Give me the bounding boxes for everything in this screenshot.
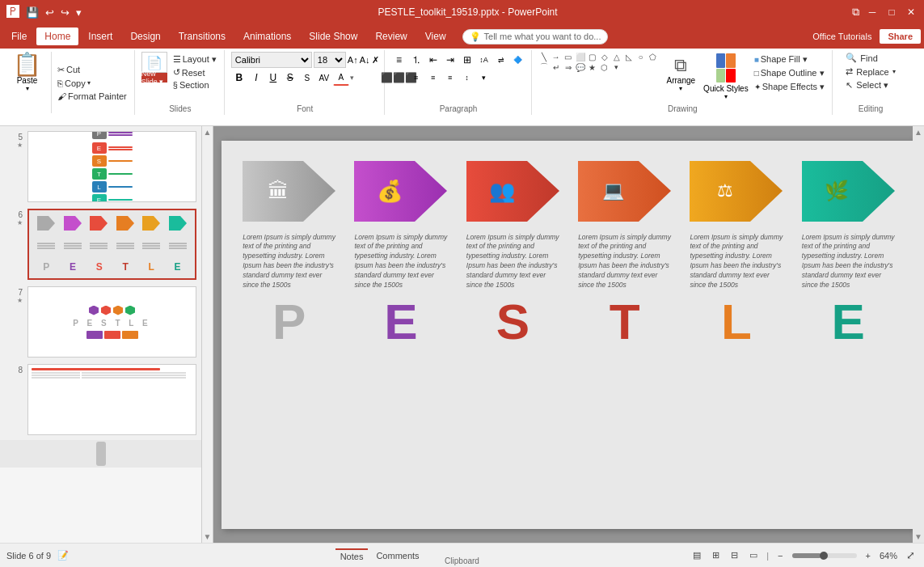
shape-rect2[interactable]: ⬜	[575, 52, 586, 61]
numbering-button[interactable]: ⒈	[408, 52, 424, 68]
shape-more[interactable]: ▾	[611, 62, 622, 72]
redo-icon[interactable]: ↪	[59, 5, 71, 20]
slide-panel-scrollbar[interactable]	[96, 442, 106, 466]
paste-button[interactable]: 📋 Paste ▾	[8, 52, 46, 94]
underline-button[interactable]: U	[265, 70, 281, 86]
menu-slideshow[interactable]: Slide Show	[301, 28, 365, 45]
shape-callout[interactable]: 💬	[575, 62, 586, 72]
align-center-button[interactable]: ≡	[408, 70, 424, 86]
shape-rect[interactable]: ▭	[563, 52, 574, 61]
maximize-button[interactable]: □	[885, 6, 898, 19]
font-size-select[interactable]: 18	[314, 52, 346, 68]
font-more-button[interactable]: ▾	[350, 74, 354, 82]
menu-view[interactable]: View	[417, 28, 454, 45]
quick-styles-label: Quick Styles	[703, 84, 749, 93]
t-letter: T	[610, 297, 640, 347]
l-text: Lorem Ipsum is simply dummy text of the …	[690, 233, 783, 290]
shape-pentagon[interactable]: ⬠	[648, 52, 659, 61]
menu-animations[interactable]: Animations	[235, 28, 299, 45]
undo-icon[interactable]: ↩	[44, 5, 56, 20]
replace-button[interactable]: ⇄ Replace ▾	[842, 66, 898, 78]
shape-bent[interactable]: ↵	[551, 62, 562, 72]
canvas-vscroll[interactable]: ▲ ▼	[913, 126, 924, 543]
svg-marker-5	[169, 216, 187, 231]
select-button[interactable]: ↖ Select ▾	[842, 79, 898, 91]
spacing-button[interactable]: AV	[316, 70, 332, 86]
para-more-button[interactable]: ▾	[476, 70, 492, 86]
align-left-button[interactable]: ⬛⬛⬛	[391, 70, 407, 86]
share-button[interactable]: Share	[880, 29, 921, 44]
arrange-button[interactable]: ⧉ Arrange ▾	[662, 52, 701, 95]
font-color-button[interactable]: A	[333, 70, 349, 86]
find-button[interactable]: 🔍 Find	[842, 52, 898, 64]
copy-button[interactable]: ⎘Copy▾	[55, 78, 129, 89]
shape-outline-button[interactable]: □ Shape Outline ▾	[752, 67, 827, 79]
shape-triangle[interactable]: △	[611, 52, 622, 61]
save-icon[interactable]: 💾	[24, 5, 40, 20]
restore-icon[interactable]: ⧉	[852, 6, 859, 19]
section-button[interactable]: §Section	[171, 79, 219, 91]
slide-panel-vscroll[interactable]: ▲ ▼	[202, 126, 213, 543]
shape-curve[interactable]: ⌒	[538, 62, 550, 72]
menu-review[interactable]: Review	[367, 28, 415, 45]
zoom-slider-thumb[interactable]	[820, 552, 828, 560]
new-slide-button[interactable]: 📄 New Slide ▾	[141, 52, 167, 83]
font-shrink-button[interactable]: A↓	[360, 55, 370, 65]
s-text: Lorem Ipsum is simply dummy text of the …	[466, 233, 559, 290]
slide-canvas[interactable]: 🏛 Lorem Ipsum is simply dummy text of th…	[222, 141, 917, 529]
bullets-button[interactable]: ≡	[391, 52, 407, 68]
shape-right-tri[interactable]: ◺	[623, 52, 635, 61]
reset-button[interactable]: ↺Reset	[171, 66, 219, 78]
shape-ellipse[interactable]: ○	[635, 52, 647, 61]
shapes-grid: ╲ → ▭ ⬜ ▢ ◇ △ ◺ ○ ⬠ ⌒ ↵ ⇒ 💬 ★ ⬡ ▾	[538, 52, 659, 72]
shape-star[interactable]: ★	[587, 62, 598, 72]
justify-button[interactable]: ≡	[442, 70, 458, 86]
menu-home[interactable]: Home	[36, 28, 78, 45]
decrease-indent-button[interactable]: ⇤	[425, 52, 441, 68]
cut-button[interactable]: ✂Cut	[55, 64, 129, 76]
shape-line[interactable]: ╲	[538, 52, 550, 61]
close-button[interactable]: ✕	[905, 6, 918, 19]
format-painter-button[interactable]: 🖌Format Painter	[55, 91, 129, 102]
customize-icon[interactable]: ▾	[74, 5, 83, 20]
shadow-button[interactable]: S	[299, 70, 315, 86]
columns-button[interactable]: ⊞	[459, 52, 475, 68]
slide-thumb-7[interactable]: 7 ★ P E S T L E	[3, 285, 198, 359]
font-grow-button[interactable]: A↑	[348, 55, 358, 65]
align-right-button[interactable]: ≡	[425, 70, 441, 86]
zoom-slider[interactable]	[792, 553, 857, 558]
slide-thumb-8[interactable]: 8	[3, 362, 198, 437]
font-name-select[interactable]: Calibri	[231, 52, 312, 68]
shape-effects-button[interactable]: ✦ Shape Effects ▾	[752, 81, 827, 93]
scroll-up-btn[interactable]: ▲	[202, 126, 213, 138]
slide-thumb-5[interactable]: 5 ★ P E	[3, 129, 198, 204]
minimize-button[interactable]: ─	[866, 6, 879, 19]
menu-design[interactable]: Design	[122, 28, 168, 45]
italic-button[interactable]: I	[248, 70, 264, 86]
office-tutorials-link[interactable]: Office Tutorials	[806, 28, 878, 44]
tell-me-box[interactable]: 💡 Tell me what you want to do...	[462, 29, 609, 44]
shape-fill-button[interactable]: ■ Shape Fill ▾	[752, 53, 827, 66]
shape-arrow[interactable]: →	[551, 52, 562, 61]
canvas-scroll-down[interactable]: ▼	[913, 531, 924, 543]
quick-styles-button[interactable]: Quick Styles ▾	[703, 52, 749, 100]
menu-insert[interactable]: Insert	[80, 28, 120, 45]
scroll-down-btn[interactable]: ▼	[202, 531, 213, 543]
increase-indent-button[interactable]: ⇥	[442, 52, 458, 68]
text-direction-button[interactable]: ↕A	[476, 52, 492, 68]
menu-transitions[interactable]: Transitions	[171, 28, 234, 45]
shape-block-arrow[interactable]: ⇒	[563, 62, 574, 72]
smartart-button[interactable]: 🔷	[510, 52, 526, 68]
shape-flowchart[interactable]: ⬡	[599, 62, 610, 72]
convert-button[interactable]: ⇌	[493, 52, 509, 68]
slide-thumb-6[interactable]: 6 ★	[3, 207, 198, 281]
shape-diamond[interactable]: ◇	[599, 52, 610, 61]
menu-file[interactable]: File	[3, 28, 35, 45]
strikethrough-button[interactable]: S	[282, 70, 298, 86]
layout-button[interactable]: ☰Layout ▾	[171, 53, 219, 66]
shape-round-rect[interactable]: ▢	[587, 52, 598, 61]
bold-button[interactable]: B	[231, 70, 247, 86]
canvas-scroll-up[interactable]: ▲	[913, 126, 924, 138]
line-spacing-button[interactable]: ↕	[459, 70, 475, 86]
clear-format-button[interactable]: ✗	[372, 55, 379, 66]
